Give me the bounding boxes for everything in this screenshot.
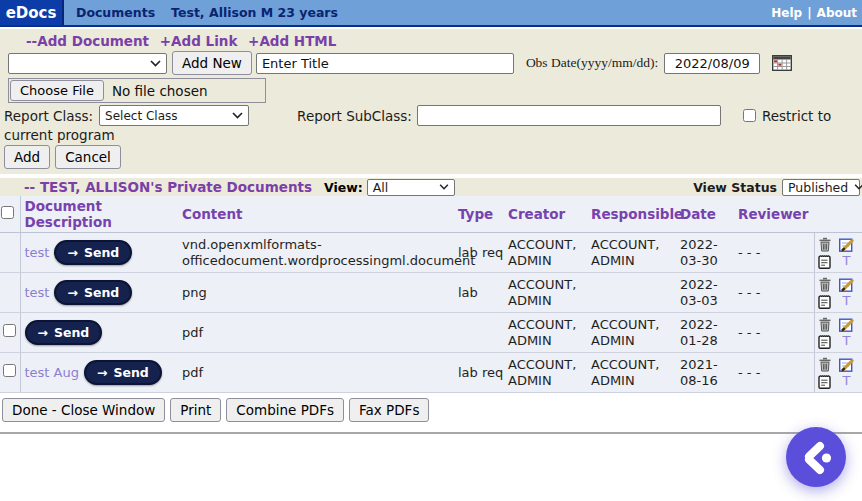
send-button[interactable]: →Send [54,280,132,305]
arrow-right-icon: → [38,325,48,340]
arrow-right-icon: → [67,285,77,300]
col-type[interactable]: Type [454,196,504,233]
col-date[interactable]: Date [676,196,734,233]
notes-icon[interactable] [818,294,831,309]
col-document-description[interactable]: Document Description [20,196,178,233]
done-close-window-button[interactable]: Done - Close Window [2,398,165,422]
fax-pdfs-button[interactable]: Fax PDFs [349,398,429,422]
edit-icon[interactable] [839,317,854,332]
type-cell [454,313,504,353]
text-icon[interactable]: T [843,253,851,269]
send-button[interactable]: →Send [54,240,132,265]
table-row: test →Send png lab ACCOUNT, ADMIN 2022-0… [0,273,862,313]
notes-icon[interactable] [818,374,831,389]
reviewer-cell: - - - [734,273,814,313]
creator-cell: ACCOUNT, ADMIN [504,273,587,313]
document-link[interactable]: test Aug [25,365,79,381]
send-button[interactable]: →Send [84,360,162,385]
text-icon[interactable]: T [843,293,851,309]
trash-icon[interactable] [818,237,832,252]
content-cell: vnd.openxmlformats-officedocument.wordpr… [178,233,454,273]
report-subclass-input[interactable] [417,105,721,126]
view-label: View: [324,180,363,195]
help-link[interactable]: Help [771,6,802,20]
file-input[interactable]: Choose File No file chosen [8,78,266,103]
top-bar: eDocs Documents Test, Allison M 23 years… [0,0,862,27]
table-header-row: Document Description Content Type Creato… [0,196,862,233]
obs-date-input[interactable] [664,53,760,74]
notes-icon[interactable] [818,334,831,349]
edit-icon[interactable] [839,237,854,252]
edit-icon[interactable] [839,357,854,372]
reviewer-cell: - - - [734,233,814,273]
creator-cell: ACCOUNT, ADMIN [504,233,587,273]
content-cell: pdf [178,353,454,393]
report-class-label: Report Class: [4,108,93,124]
date-cell: 2022-03-30 [676,233,734,273]
creator-cell: ACCOUNT, ADMIN [504,313,587,353]
about-link[interactable]: About [817,6,857,20]
calendar-icon[interactable] [772,55,792,71]
top-nav: Documents Test, Allison M 23 years [64,0,338,25]
notes-icon[interactable] [818,254,831,269]
add-links-heading: --Add Document +Add Link +Add HTML [26,33,862,49]
report-class-select[interactable]: Select Class [99,105,249,126]
title-input[interactable] [256,53,514,74]
row-checkbox[interactable] [3,364,16,377]
select-all-checkbox[interactable] [1,206,14,219]
date-cell: 2021-08-16 [676,353,734,393]
reviewer-cell: - - - [734,313,814,353]
send-button[interactable]: →Send [25,320,103,345]
combine-pdfs-button[interactable]: Combine PDFs [226,398,344,422]
date-cell: 2022-03-03 [676,273,734,313]
trash-icon[interactable] [818,277,832,292]
text-icon[interactable]: T [843,373,851,389]
text-icon[interactable]: T [843,333,851,349]
restrict-label: Restrict to [762,108,831,124]
chevron-down-icon [439,184,449,190]
view-status-select[interactable]: Published [782,179,860,196]
chat-widget-button[interactable] [786,427,846,487]
row-checkbox[interactable] [3,324,16,337]
responsible-cell: ACCOUNT, ADMIN [587,313,676,353]
nav-documents[interactable]: Documents [76,5,155,20]
date-cell: 2022-01-28 [676,313,734,353]
col-responsible[interactable]: Responsible [587,196,676,233]
col-creator[interactable]: Creator [504,196,587,233]
table-row: →Send pdf ACCOUNT, ADMIN ACCOUNT, ADMIN … [0,313,862,353]
document-link[interactable]: test [25,285,50,301]
chevron-down-icon [150,60,161,67]
document-link[interactable]: test [25,245,50,261]
view-value: All [373,180,389,195]
obs-date-label: Obs Date(yyyy/mm/dd): [526,55,658,71]
chevron-down-icon [854,184,862,190]
col-content[interactable]: Content [178,196,454,233]
print-button[interactable]: Print [170,398,221,422]
report-subclass-label: Report SubClass: [297,108,412,124]
page-divider [0,432,862,434]
add-html-link[interactable]: +Add HTML [248,33,336,49]
view-select[interactable]: All [367,179,455,196]
choose-file-button[interactable]: Choose File [10,80,104,101]
responsible-cell: ACCOUNT, ADMIN [587,233,676,273]
add-button[interactable]: Add [4,145,50,169]
col-reviewer[interactable]: Reviewer [734,196,814,233]
trash-icon[interactable] [818,357,832,372]
document-type-select[interactable] [8,53,167,74]
table-row: test Aug →Send pdf lab req ACCOUNT, ADMI… [0,353,862,393]
creator-cell: ACCOUNT, ADMIN [504,353,587,393]
link-divider: | [807,6,811,20]
reviewer-cell: - - - [734,353,814,393]
edit-icon[interactable] [839,277,854,292]
restrict-checkbox[interactable] [743,109,756,122]
add-link-link[interactable]: +Add Link [160,33,238,49]
top-right-links: Help | About [771,0,862,25]
add-new-button[interactable]: Add New [172,51,252,75]
content-cell: png [178,273,454,313]
cancel-button[interactable]: Cancel [55,145,121,169]
app-logo[interactable]: eDocs [0,0,64,25]
add-document-toggle[interactable]: --Add Document [26,33,149,49]
responsible-cell [587,273,676,313]
trash-icon[interactable] [818,317,832,332]
view-status-value: Published [788,180,848,195]
